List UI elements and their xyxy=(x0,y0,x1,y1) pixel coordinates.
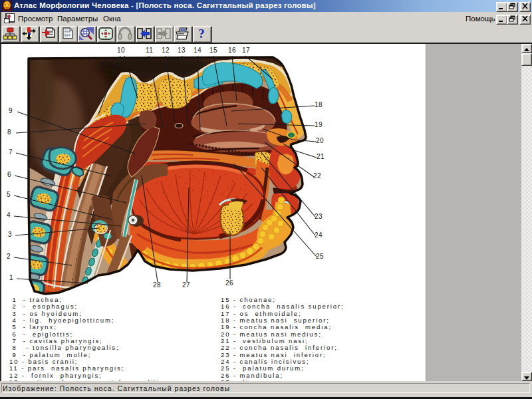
svg-text:?: ? xyxy=(198,27,205,41)
